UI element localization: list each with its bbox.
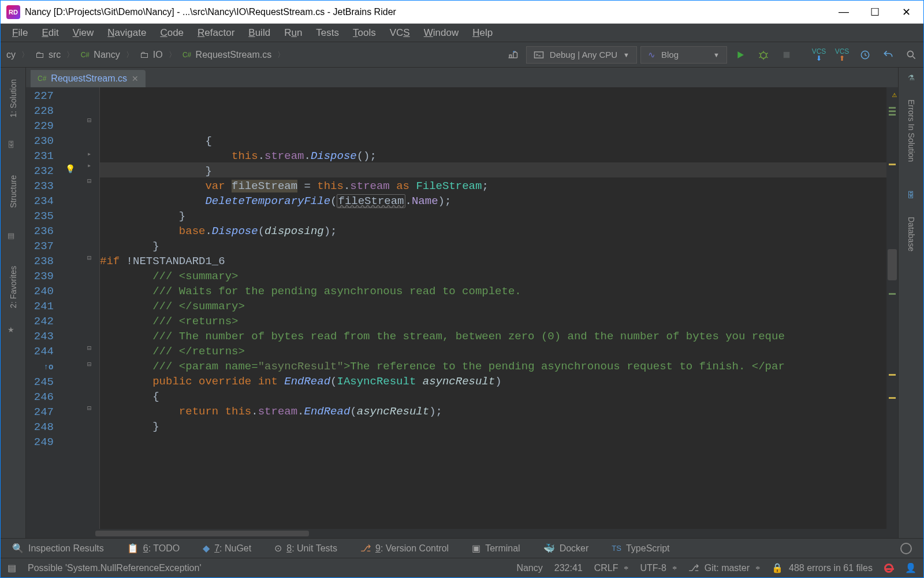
undo-button[interactable]	[878, 46, 898, 64]
breadcrumb-item[interactable]: 🗀IO	[136, 49, 166, 61]
menu-refactor[interactable]: Refactor	[192, 25, 240, 41]
svg-point-1	[761, 52, 766, 58]
tool-tab-vcs[interactable]: ⎇9: Version Control	[360, 543, 449, 554]
docker-icon: 🐳	[543, 543, 555, 554]
vertical-scrollbar-thumb[interactable]	[888, 249, 897, 280]
status-person[interactable]: 👤	[905, 562, 916, 573]
lightbulb-icon[interactable]: 💡	[65, 164, 75, 174]
status-cursor[interactable]: 232:41	[554, 563, 583, 573]
tool-tab-inspection[interactable]: 🔍Inspection Results	[12, 543, 104, 554]
tool-tab-solution[interactable]: 1: Solution	[8, 73, 19, 123]
menu-code[interactable]: Code	[154, 25, 189, 41]
tool-tab-errors[interactable]: Errors In Solution	[906, 94, 917, 168]
breadcrumb-item[interactable]: C#Nancy	[76, 49, 123, 61]
debug-button[interactable]	[754, 46, 773, 64]
typescript-icon: TS	[612, 544, 621, 553]
horizontal-scrollbar[interactable]	[26, 529, 898, 538]
tool-tab-favorites[interactable]: 2: Favorites	[8, 260, 19, 314]
person-icon: 👤	[905, 562, 916, 573]
vcs-commit-button[interactable]: VCS⬆	[832, 46, 852, 64]
chevron-right-icon: 〉	[277, 50, 285, 60]
menu-vcs[interactable]: VCS	[384, 25, 416, 41]
tool-tab-docker[interactable]: 🐳Docker	[543, 543, 589, 554]
error-indicator-icon	[884, 564, 893, 573]
folder-icon: 🗀	[35, 50, 45, 60]
close-button[interactable]: ✕	[899, 6, 913, 18]
chevron-right-icon: 〉	[66, 50, 74, 60]
tool-tab-todo[interactable]: 📋6: TODO	[127, 543, 180, 554]
database-icon[interactable]: 🗄	[907, 191, 915, 199]
bottom-tool-tabs: 🔍Inspection Results 📋6: TODO ◆7: NuGet ⊙…	[1, 538, 923, 558]
status-project[interactable]: Nancy	[516, 563, 542, 573]
menu-help[interactable]: Help	[467, 25, 498, 41]
run-button[interactable]	[731, 46, 750, 64]
menu-window[interactable]: Window	[418, 25, 464, 41]
stop-button[interactable]	[777, 46, 796, 64]
search-button[interactable]	[901, 46, 921, 64]
close-tab-icon[interactable]: ✕	[132, 74, 139, 83]
chevron-right-icon: 〉	[169, 50, 176, 60]
vcs-update-button[interactable]: VCS⬇	[809, 46, 829, 64]
error-stripe[interactable]: ⚠	[886, 87, 898, 529]
horizontal-scrollbar-thumb[interactable]	[95, 531, 309, 536]
menu-edit[interactable]: Edit	[36, 25, 64, 41]
chevron-right-icon: 〉	[21, 50, 29, 60]
menu-navigate[interactable]: Navigate	[102, 25, 152, 41]
flask-icon[interactable]: ⚗	[908, 73, 915, 82]
star-icon[interactable]: ★	[8, 325, 19, 337]
structure-icon[interactable]: ▤	[8, 231, 19, 243]
run-config-dropdown[interactable]: ∿ Blog ▼	[640, 46, 727, 64]
terminal-icon: ▣	[472, 543, 480, 554]
menu-run[interactable]: Run	[278, 25, 308, 41]
history-button[interactable]	[855, 46, 875, 64]
build-config-dropdown[interactable]: Debug | Any CPU ▼	[526, 46, 637, 64]
tool-tab-nuget[interactable]: ◆7: NuGet	[203, 543, 251, 554]
rider-logo-icon: RD	[6, 5, 20, 19]
status-git[interactable]: ⎇Git: master≑	[688, 562, 760, 573]
menu-view[interactable]: View	[67, 25, 100, 41]
svg-point-4	[907, 51, 913, 57]
status-encoding[interactable]: UTF-8≑	[640, 563, 676, 573]
chevron-down-icon: ▼	[713, 51, 720, 58]
breadcrumb-item[interactable]: cy	[3, 49, 19, 61]
menu-file[interactable]: File	[6, 25, 33, 41]
menubar: File Edit View Navigate Code Refactor Bu…	[1, 24, 923, 42]
main-area: 1: Solution 🗄 Structure ▤ 2: Favorites ★…	[1, 68, 923, 538]
svg-rect-2	[784, 51, 790, 58]
editor-tab[interactable]: C# RequestStream.cs ✕	[31, 70, 146, 87]
maximize-button[interactable]: ☐	[868, 6, 882, 18]
tool-tab-unit-tests[interactable]: ⊙8: Unit Tests	[274, 543, 337, 554]
tool-tab-typescript[interactable]: TSTypeScript	[612, 543, 669, 554]
status-errors[interactable]: 🔒488 errors in 61 files	[772, 562, 873, 573]
tool-tab-structure[interactable]: Structure	[8, 169, 19, 214]
minimize-button[interactable]: —	[837, 6, 851, 18]
tool-tab-database[interactable]: Database	[906, 211, 917, 257]
window-controls: — ☐ ✕	[837, 6, 918, 18]
editor-area: C# RequestStream.cs ✕ 227228229230231232…	[26, 68, 898, 538]
branch-icon: ⎇	[688, 562, 699, 573]
status-line-sep[interactable]: CRLF≑	[594, 563, 629, 573]
dotnet-icon: ∿	[648, 50, 655, 60]
code-content[interactable]: { this.stream.Dispose(); } var fileStrea…	[100, 87, 886, 529]
tests-icon: ⊙	[274, 543, 282, 554]
build-button[interactable]	[503, 46, 523, 64]
menu-tools[interactable]: Tools	[347, 25, 382, 41]
undo-icon	[882, 49, 894, 61]
svg-rect-0	[534, 51, 543, 58]
chevron-right-icon: 〉	[126, 50, 133, 60]
menu-tests[interactable]: Tests	[310, 25, 345, 41]
titlebar: RD Nancy [D:\Projects\Git\Demo\Nancy] - …	[1, 1, 923, 24]
windows-icon: ▤	[8, 562, 16, 573]
breadcrumb-item[interactable]: C#RequestStream.cs	[178, 49, 275, 61]
breadcrumb-item[interactable]: 🗀src	[31, 49, 64, 61]
show-tools-button[interactable]: ▤	[8, 562, 16, 573]
todo-icon: 📋	[127, 543, 139, 554]
inspection-icon: 🔍	[12, 543, 24, 554]
code-editor[interactable]: 2272282292302312322332342352362372382392…	[26, 87, 898, 529]
status-health[interactable]	[884, 564, 893, 573]
menu-build[interactable]: Build	[243, 25, 276, 41]
clock-arrow-icon	[859, 49, 871, 61]
tool-tab-terminal[interactable]: ▣Terminal	[472, 543, 520, 554]
project-icon[interactable]: 🗄	[8, 140, 19, 152]
progress-indicator[interactable]	[900, 543, 912, 554]
